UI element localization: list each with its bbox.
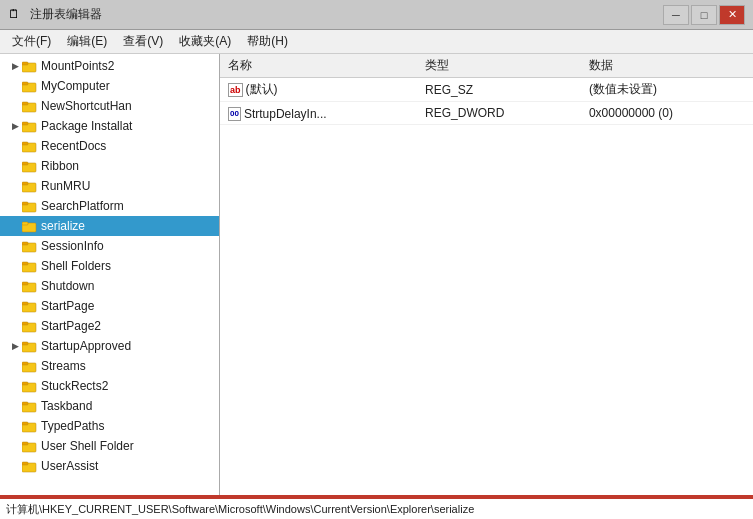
tree-expand-icon bbox=[8, 139, 22, 153]
tree-item-userassist[interactable]: UserAssist bbox=[0, 456, 219, 476]
menu-edit[interactable]: 编辑(E) bbox=[59, 31, 115, 52]
tree-expand-icon bbox=[8, 439, 22, 453]
folder-icon bbox=[22, 219, 38, 233]
tree-item-newshortcuthan[interactable]: NewShortcutHan bbox=[0, 96, 219, 116]
tree-expand-icon bbox=[8, 99, 22, 113]
tree-expand-icon bbox=[8, 319, 22, 333]
reg-name-text: (默认) bbox=[246, 81, 278, 98]
tree-item-label: SessionInfo bbox=[41, 239, 104, 253]
folder-icon bbox=[22, 279, 38, 293]
tree-item-label: User Shell Folder bbox=[41, 439, 134, 453]
tree-expand-icon bbox=[8, 79, 22, 93]
tree-expand-icon bbox=[8, 279, 22, 293]
table-row[interactable]: ab(默认)REG_SZ(数值未设置) bbox=[220, 78, 753, 102]
maximize-button[interactable]: □ bbox=[691, 5, 717, 25]
tree-item-label: SearchPlatform bbox=[41, 199, 124, 213]
tree-item-typedpaths[interactable]: TypedPaths bbox=[0, 416, 219, 436]
reg-type: REG_DWORD bbox=[417, 102, 581, 125]
folder-icon bbox=[22, 439, 38, 453]
tree-item-stuckrects2[interactable]: StuckRects2 bbox=[0, 376, 219, 396]
minimize-button[interactable]: ─ bbox=[663, 5, 689, 25]
tree-item-streams[interactable]: Streams bbox=[0, 356, 219, 376]
folder-icon bbox=[22, 239, 38, 253]
menu-bar: 文件(F) 编辑(E) 查看(V) 收藏夹(A) 帮助(H) bbox=[0, 30, 753, 54]
registry-tree[interactable]: ▶ MountPoints2 MyComputer NewShortcutHan… bbox=[0, 54, 220, 497]
svg-rect-39 bbox=[22, 442, 28, 445]
folder-icon bbox=[22, 379, 38, 393]
col-type: 类型 bbox=[417, 54, 581, 78]
svg-rect-41 bbox=[22, 462, 28, 465]
tree-expand-icon: ▶ bbox=[8, 119, 22, 133]
tree-expand-icon bbox=[8, 299, 22, 313]
tree-item-package-installat[interactable]: ▶ Package Installat bbox=[0, 116, 219, 136]
svg-rect-25 bbox=[22, 302, 28, 305]
reg-name-text: StrtupDelayIn... bbox=[244, 107, 327, 121]
tree-item-startpage[interactable]: StartPage bbox=[0, 296, 219, 316]
tree-item-sessioninfo[interactable]: SessionInfo bbox=[0, 236, 219, 256]
tree-item-serialize[interactable]: serialize bbox=[0, 216, 219, 236]
reg-name: ab(默认) bbox=[220, 78, 417, 102]
table-row[interactable]: 00StrtupDelayIn...REG_DWORD0x00000000 (0… bbox=[220, 102, 753, 125]
menu-file[interactable]: 文件(F) bbox=[4, 31, 59, 52]
tree-item-label: StartPage bbox=[41, 299, 94, 313]
tree-item-label: NewShortcutHan bbox=[41, 99, 132, 113]
tree-expand-icon bbox=[8, 259, 22, 273]
tree-item-mountpoints2[interactable]: ▶ MountPoints2 bbox=[0, 56, 219, 76]
svg-rect-9 bbox=[22, 142, 28, 145]
tree-item-label: Shell Folders bbox=[41, 259, 111, 273]
svg-rect-3 bbox=[22, 82, 28, 85]
tree-expand-icon bbox=[8, 379, 22, 393]
tree-item-recentdocs[interactable]: RecentDocs bbox=[0, 136, 219, 156]
menu-view[interactable]: 查看(V) bbox=[115, 31, 171, 52]
tree-item-label: Ribbon bbox=[41, 159, 79, 173]
tree-item-label: StartupApproved bbox=[41, 339, 131, 353]
title-bar-controls: ─ □ ✕ bbox=[663, 5, 745, 25]
tree-item-shell-folders[interactable]: Shell Folders bbox=[0, 256, 219, 276]
tree-expand-icon bbox=[8, 399, 22, 413]
svg-rect-7 bbox=[22, 122, 28, 125]
folder-icon bbox=[22, 99, 38, 113]
svg-rect-29 bbox=[22, 342, 28, 345]
folder-icon bbox=[22, 259, 38, 273]
tree-item-searchplatform[interactable]: SearchPlatform bbox=[0, 196, 219, 216]
tree-item-startupapproved[interactable]: ▶ StartupApproved bbox=[0, 336, 219, 356]
svg-rect-5 bbox=[22, 102, 28, 105]
menu-favorites[interactable]: 收藏夹(A) bbox=[171, 31, 239, 52]
folder-icon bbox=[22, 159, 38, 173]
col-data: 数据 bbox=[581, 54, 753, 78]
tree-item-startpage2[interactable]: StartPage2 bbox=[0, 316, 219, 336]
folder-icon bbox=[22, 339, 38, 353]
tree-item-taskband[interactable]: Taskband bbox=[0, 396, 219, 416]
status-bar: 计算机\HKEY_CURRENT_USER\Software\Microsoft… bbox=[0, 497, 753, 519]
tree-item-ribbon[interactable]: Ribbon bbox=[0, 156, 219, 176]
svg-rect-23 bbox=[22, 282, 28, 285]
tree-item-shutdown[interactable]: Shutdown bbox=[0, 276, 219, 296]
tree-expand-icon bbox=[8, 359, 22, 373]
reg-type: REG_SZ bbox=[417, 78, 581, 102]
folder-icon bbox=[22, 59, 38, 73]
svg-rect-21 bbox=[22, 262, 28, 265]
status-path: 计算机\HKEY_CURRENT_USER\Software\Microsoft… bbox=[6, 502, 474, 517]
registry-table: 名称 类型 数据 ab(默认)REG_SZ(数值未设置)00StrtupDela… bbox=[220, 54, 753, 125]
registry-values-panel: 名称 类型 数据 ab(默认)REG_SZ(数值未设置)00StrtupDela… bbox=[220, 54, 753, 497]
main-container: ▶ MountPoints2 MyComputer NewShortcutHan… bbox=[0, 54, 753, 519]
tree-item-label: Shutdown bbox=[41, 279, 94, 293]
close-button[interactable]: ✕ bbox=[719, 5, 745, 25]
tree-item-runmru[interactable]: RunMRU bbox=[0, 176, 219, 196]
title-bar-left: 🗒 注册表编辑器 bbox=[8, 6, 102, 23]
folder-icon bbox=[22, 79, 38, 93]
folder-icon bbox=[22, 139, 38, 153]
dword-icon: 00 bbox=[228, 107, 241, 121]
tree-expand-icon bbox=[8, 179, 22, 193]
tree-item-label: serialize bbox=[41, 219, 85, 233]
svg-rect-11 bbox=[22, 162, 28, 165]
folder-icon bbox=[22, 399, 38, 413]
app-icon: 🗒 bbox=[8, 7, 24, 23]
menu-help[interactable]: 帮助(H) bbox=[239, 31, 296, 52]
reg-name: 00StrtupDelayIn... bbox=[220, 102, 417, 125]
tree-item-mycomputer[interactable]: MyComputer bbox=[0, 76, 219, 96]
reg-data: 0x00000000 (0) bbox=[581, 102, 753, 125]
tree-item-user-shell-folder[interactable]: User Shell Folder bbox=[0, 436, 219, 456]
folder-icon bbox=[22, 199, 38, 213]
folder-icon bbox=[22, 419, 38, 433]
